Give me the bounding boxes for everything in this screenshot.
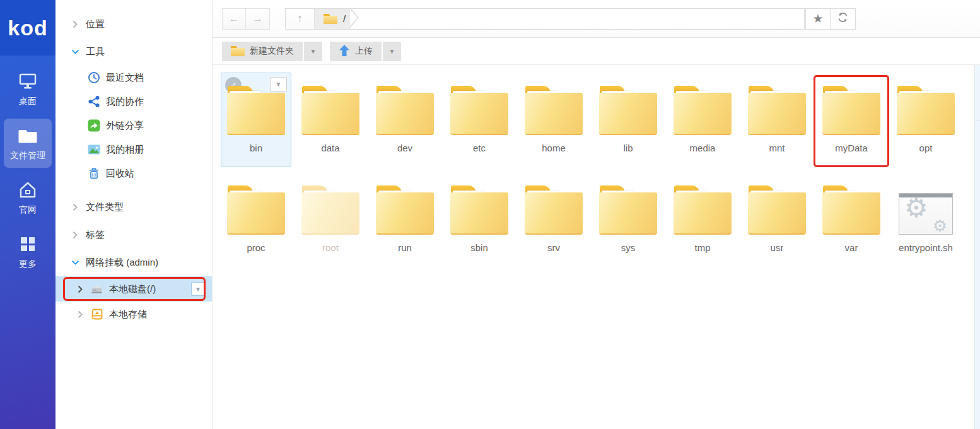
breadcrumb-root[interactable]: / <box>315 9 351 29</box>
tree-item-label: 我的相册 <box>106 144 144 156</box>
file-tile-var[interactable]: var <box>816 172 887 267</box>
tree-item-external-share[interactable]: 外链分享 <box>55 114 212 138</box>
rail-nav: 桌面 文件管理 官网 更多 <box>0 64 55 281</box>
right-panel-collapsed-strip[interactable] <box>974 65 980 429</box>
file-tile-root[interactable]: root <box>295 172 366 267</box>
chevron-down-icon <box>71 260 79 265</box>
forward-button[interactable]: → <box>246 8 270 30</box>
file-grid-area: ✓ ▼ bin data dev etc <box>213 65 980 429</box>
file-tile-entrypoint-sh[interactable]: ⚙⚙ entrypoint.sh <box>890 172 961 267</box>
app-rail: kod 桌面 文件管理 官网 <box>0 0 55 429</box>
file-name: var <box>845 242 858 253</box>
file-name: usr <box>771 242 784 253</box>
caret-down-icon: ▼ <box>389 48 395 55</box>
tree-item-recycle-bin[interactable]: 回收站 <box>55 162 212 185</box>
caret-down-icon: ▼ <box>310 48 317 55</box>
new-folder-dropdown-button[interactable]: ▼ <box>304 42 322 61</box>
tree-item-my-albums[interactable]: 我的相册 <box>55 138 212 162</box>
rail-item-desktop[interactable]: 桌面 <box>4 64 52 114</box>
file-name: etc <box>473 143 486 153</box>
rail-item-label: 桌面 <box>19 96 37 107</box>
rail-item-more[interactable]: 更多 <box>4 227 52 276</box>
back-button[interactable]: ← <box>222 8 246 30</box>
refresh-button[interactable] <box>831 8 856 30</box>
tree-section-label: 工具 <box>86 46 105 58</box>
folder-icon <box>376 173 434 237</box>
favorite-button[interactable]: ★ <box>805 8 831 30</box>
tree-item-local-storage[interactable]: 本地存储 <box>55 302 212 327</box>
file-tile-run[interactable]: run <box>370 172 440 267</box>
tree-item-label: 我的协作 <box>106 96 144 108</box>
breadcrumb-bar: ↑ / <box>285 8 805 30</box>
file-tile-tmp[interactable]: tmp <box>667 172 738 267</box>
upload-button[interactable]: 上传 <box>330 42 382 61</box>
file-tile-home[interactable]: home <box>518 73 589 167</box>
file-tile-sys[interactable]: sys <box>593 172 663 267</box>
file-name: root <box>322 242 339 253</box>
file-tile-data[interactable]: data <box>295 73 366 167</box>
folder-icon <box>599 173 657 237</box>
file-name: entrypoint.sh <box>899 242 953 253</box>
gear-icon: ⚙ <box>933 218 947 234</box>
folder-icon <box>525 73 583 138</box>
tree-section-tools[interactable]: 工具 <box>55 38 212 66</box>
file-tile-mydata[interactable]: myData <box>816 73 887 167</box>
rail-item-website[interactable]: 官网 <box>4 173 52 222</box>
local-storage-icon <box>90 308 103 321</box>
folder-icon <box>748 173 806 237</box>
file-tile-media[interactable]: media <box>667 73 738 167</box>
file-name: mnt <box>769 143 785 153</box>
file-tile-usr[interactable]: usr <box>742 172 812 267</box>
file-tile-sbin[interactable]: sbin <box>444 172 515 267</box>
new-folder-splitbutton: 新建文件夹 ▼ <box>222 42 322 61</box>
tree-section-label: 标签 <box>86 229 105 241</box>
tree-section-file-types[interactable]: 文件类型 <box>55 193 212 221</box>
tree-item-label: 最近文档 <box>106 72 144 84</box>
tree-item-label: 外链分享 <box>106 120 144 132</box>
new-folder-button[interactable]: 新建文件夹 <box>222 42 303 61</box>
file-name: dev <box>397 143 412 153</box>
file-name: myData <box>835 143 868 153</box>
tree-item-my-collaboration[interactable]: 我的协作 <box>55 90 212 114</box>
file-tile-dev[interactable]: dev <box>370 73 440 167</box>
main-area: ← → ↑ / ★ <box>213 0 980 429</box>
rail-item-label: 更多 <box>19 259 37 270</box>
trash-icon <box>87 167 100 180</box>
folder-icon <box>822 173 880 237</box>
arrow-up-icon: ↑ <box>297 12 303 25</box>
tree-section-tags[interactable]: 标签 <box>55 221 212 249</box>
file-tile-proc[interactable]: proc <box>221 172 291 267</box>
folder-icon <box>599 73 657 138</box>
tree-section-network-mounts[interactable]: 网络挂载 (admin) <box>55 249 212 276</box>
tree-section-locations[interactable]: 位置 <box>55 10 212 38</box>
file-name: run <box>398 242 412 253</box>
file-tile-srv[interactable]: srv <box>518 172 589 267</box>
file-tile-etc[interactable]: etc <box>444 73 515 167</box>
up-directory-button[interactable]: ↑ <box>286 9 315 29</box>
chevron-right-icon <box>71 20 79 28</box>
tree-item-local-disk[interactable]: 本地磁盘(/) ▼ <box>55 276 212 302</box>
hard-disk-icon <box>90 283 103 296</box>
desktop-icon <box>18 72 38 91</box>
file-name: sys <box>621 242 636 253</box>
file-tile-opt[interactable]: opt <box>890 73 961 167</box>
folder-icon <box>674 73 732 138</box>
arrow-left-icon: ← <box>229 13 240 25</box>
folder-icon <box>748 73 806 138</box>
file-tile-bin[interactable]: ✓ ▼ bin <box>221 73 291 167</box>
file-name: opt <box>919 143 933 153</box>
chevron-right-icon <box>71 231 79 239</box>
breadcrumb-path: / <box>343 13 346 24</box>
folder-icon <box>231 46 245 56</box>
rail-item-file-manager[interactable]: 文件管理 <box>4 119 52 168</box>
upload-arrow-icon <box>339 44 350 59</box>
file-name: media <box>690 143 716 153</box>
file-tile-lib[interactable]: lib <box>593 73 663 167</box>
tree-item-recent-docs[interactable]: 最近文档 <box>55 66 212 90</box>
file-tile-mnt[interactable]: mnt <box>742 73 812 167</box>
photo-icon <box>87 143 100 156</box>
upload-dropdown-button[interactable]: ▼ <box>383 42 401 61</box>
star-icon: ★ <box>812 13 823 25</box>
home-icon <box>18 180 38 199</box>
tree-item-dropdown-button[interactable]: ▼ <box>191 282 205 296</box>
